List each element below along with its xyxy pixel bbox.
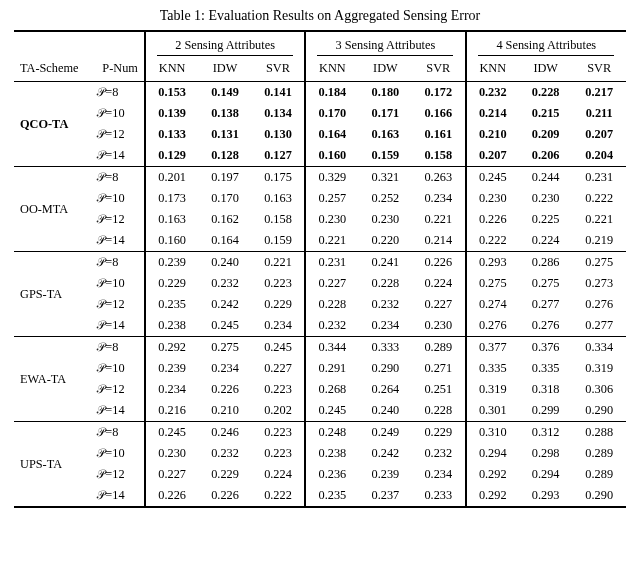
value-cell: 0.289 [572,443,626,464]
pnum-cell: 𝒫=8 [90,337,145,359]
table-row: 𝒫=140.1600.1640.1590.2210.2200.2140.2220… [14,230,626,252]
pnum-cell: 𝒫=14 [90,230,145,252]
value-cell: 0.224 [519,230,572,252]
value-cell: 0.221 [252,252,305,274]
value-cell: 0.335 [466,358,519,379]
value-cell: 0.240 [198,252,251,274]
value-cell: 0.249 [359,422,412,444]
value-cell: 0.228 [359,273,412,294]
table-row: 𝒫=100.2300.2320.2230.2380.2420.2320.2940… [14,443,626,464]
value-cell: 0.275 [198,337,251,359]
value-cell: 0.335 [519,358,572,379]
value-cell: 0.209 [519,124,572,145]
value-cell: 0.234 [198,358,251,379]
value-cell: 0.170 [305,103,358,124]
scheme-name: GPS-TA [14,252,90,337]
value-cell: 0.226 [466,209,519,230]
value-cell: 0.245 [466,167,519,189]
pnum-cell: 𝒫=12 [90,379,145,400]
pnum-cell: 𝒫=12 [90,124,145,145]
value-cell: 0.138 [198,103,251,124]
value-cell: 0.223 [252,422,305,444]
value-cell: 0.252 [359,188,412,209]
value-cell: 0.230 [412,315,465,337]
pnum-cell: 𝒫=14 [90,400,145,422]
value-cell: 0.292 [145,337,198,359]
value-cell: 0.210 [466,124,519,145]
value-cell: 0.162 [198,209,251,230]
table-row: 𝒫=100.1390.1380.1340.1700.1710.1660.2140… [14,103,626,124]
table-row: 𝒫=100.2290.2320.2230.2270.2280.2240.2750… [14,273,626,294]
value-cell: 0.251 [412,379,465,400]
value-cell: 0.239 [145,358,198,379]
pnum-cell: 𝒫=8 [90,82,145,104]
value-cell: 0.215 [519,103,572,124]
value-cell: 0.275 [466,273,519,294]
value-cell: 0.276 [466,315,519,337]
value-cell: 0.288 [572,422,626,444]
table-row: 𝒫=120.2350.2420.2290.2280.2320.2270.2740… [14,294,626,315]
value-cell: 0.318 [519,379,572,400]
value-cell: 0.229 [145,273,198,294]
value-cell: 0.289 [572,464,626,485]
value-cell: 0.275 [519,273,572,294]
column-group-label: 3 Sensing Attributes [317,38,453,56]
value-cell: 0.225 [519,209,572,230]
column-group-label: 2 Sensing Attributes [157,38,293,56]
value-cell: 0.220 [359,230,412,252]
value-cell: 0.244 [519,167,572,189]
value-cell: 0.245 [145,422,198,444]
value-cell: 0.222 [572,188,626,209]
pnum-cell: 𝒫=12 [90,464,145,485]
column-group-label: 4 Sensing Attributes [478,38,614,56]
value-cell: 0.312 [519,422,572,444]
value-cell: 0.290 [359,358,412,379]
value-cell: 0.211 [572,103,626,124]
value-cell: 0.231 [305,252,358,274]
value-cell: 0.228 [519,82,572,104]
table-row: 𝒫=120.2340.2260.2230.2680.2640.2510.3190… [14,379,626,400]
value-cell: 0.257 [305,188,358,209]
value-cell: 0.175 [252,167,305,189]
value-cell: 0.164 [305,124,358,145]
value-cell: 0.210 [198,400,251,422]
value-cell: 0.222 [252,485,305,507]
value-cell: 0.226 [412,252,465,274]
table-body: QCO-TA𝒫=80.1530.1490.1410.1840.1800.1720… [14,82,626,508]
value-cell: 0.294 [466,443,519,464]
pnum-cell: 𝒫=12 [90,209,145,230]
table-head: 2 Sensing Attributes3 Sensing Attributes… [14,31,626,82]
value-cell: 0.221 [572,209,626,230]
value-cell: 0.197 [198,167,251,189]
value-cell: 0.235 [305,485,358,507]
pnum-cell: 𝒫=8 [90,167,145,189]
value-cell: 0.221 [305,230,358,252]
table-row: EWA-TA𝒫=80.2920.2750.2450.3440.3330.2890… [14,337,626,359]
value-cell: 0.227 [252,358,305,379]
value-cell: 0.172 [412,82,465,104]
value-cell: 0.241 [359,252,412,274]
table-row: 𝒫=100.2390.2340.2270.2910.2900.2710.3350… [14,358,626,379]
value-cell: 0.230 [305,209,358,230]
header-metric: IDW [198,58,251,82]
value-cell: 0.202 [252,400,305,422]
value-cell: 0.230 [466,188,519,209]
value-cell: 0.292 [466,464,519,485]
value-cell: 0.293 [466,252,519,274]
value-cell: 0.163 [145,209,198,230]
table-row: 𝒫=140.2260.2260.2220.2350.2370.2330.2920… [14,485,626,507]
table-row: 𝒫=140.2380.2450.2340.2320.2340.2300.2760… [14,315,626,337]
value-cell: 0.238 [305,443,358,464]
value-cell: 0.224 [252,464,305,485]
value-cell: 0.214 [412,230,465,252]
value-cell: 0.221 [412,209,465,230]
value-cell: 0.228 [412,400,465,422]
pnum-cell: 𝒫=14 [90,145,145,167]
value-cell: 0.245 [305,400,358,422]
header-metric: KNN [145,58,198,82]
value-cell: 0.232 [198,273,251,294]
column-group: 3 Sensing Attributes [305,31,465,58]
value-cell: 0.232 [412,443,465,464]
value-cell: 0.226 [145,485,198,507]
value-cell: 0.201 [145,167,198,189]
